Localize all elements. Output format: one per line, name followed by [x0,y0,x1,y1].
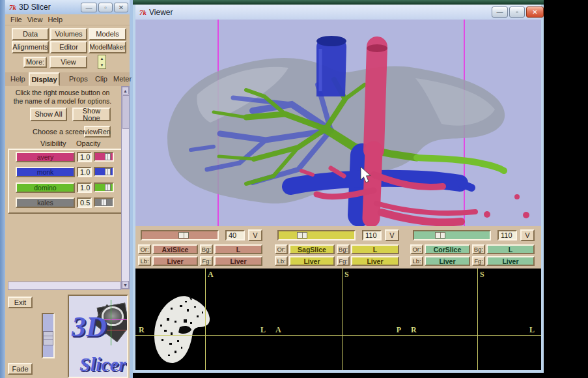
bg-tag[interactable]: Bg: [337,244,350,254]
opacity-entry-domino[interactable]: 1.0 [77,182,92,193]
tk-icon: 7k [139,8,147,16]
vertical-scrollbar[interactable]: ▲ ▼ [121,86,130,289]
opacity-slider-domino[interactable] [94,182,114,192]
spinner-down-icon[interactable]: ▼ [98,62,105,68]
slider-handle[interactable] [105,168,111,175]
module-modelmaker[interactable]: ModelMaker [89,41,126,53]
lb-tag[interactable]: Lb: [410,256,423,266]
model-button-avery[interactable]: avery [16,152,75,162]
axial-bg-button[interactable]: L [214,244,262,254]
scroll-up-icon[interactable]: ▲ [122,87,129,94]
axial-fg-button[interactable]: Liver [214,256,262,266]
maximize-button[interactable]: ▫ [509,7,525,18]
coronal-bg-button[interactable]: L [486,244,535,254]
minimize-button[interactable]: — [492,7,508,18]
sagittal-label-button[interactable]: Liver [289,256,335,266]
opacity-entry-monk[interactable]: 1.0 [77,167,92,177]
menu-view[interactable]: View [27,16,43,23]
slider-handle[interactable] [297,232,307,239]
minimize-button[interactable]: — [81,3,97,12]
model-button-domino[interactable]: domino [16,182,75,193]
coronal-label-button[interactable]: Liver [425,256,470,266]
or-tag[interactable]: Or: [138,244,151,254]
view-button[interactable]: View [49,56,87,68]
fg-tag[interactable]: Fg: [337,256,350,266]
opacity-entry-kales[interactable]: 0.5 [77,197,92,208]
module-editor[interactable]: Editor [50,41,87,53]
tab-help[interactable]: Help [10,75,25,83]
module-models[interactable]: Models [89,28,126,40]
close-button[interactable]: ✕ [114,3,128,12]
spinner-up-icon[interactable]: ▲ [98,55,105,62]
sagittal-bg-button[interactable]: L [351,244,399,254]
sagittal-offset-entry[interactable]: 110 [362,230,382,240]
axial-offset-entry[interactable]: 40 [225,230,245,240]
tab-meter[interactable]: Meter [113,75,132,83]
coronal-v-button[interactable]: V [520,229,535,241]
horizontal-scrollbar[interactable] [8,282,121,290]
tab-props[interactable]: Props [69,75,88,83]
coronal-slice-slider[interactable] [413,230,491,240]
slider-handle[interactable] [105,184,111,191]
show-none-button[interactable]: Show None [72,108,111,121]
bg-tag[interactable]: Bg: [200,244,213,254]
scroll-down-icon[interactable]: ▼ [122,281,129,289]
axial-orient-button[interactable]: AxiSlice [152,244,198,254]
orientation-letter-top: S [344,270,349,280]
module-alignments[interactable]: Alignments [12,41,49,53]
model-button-kales[interactable]: kales [16,197,75,208]
menu-file[interactable]: File [10,16,22,23]
sagittal-slice-view[interactable]: S A P [271,269,406,370]
close-button[interactable]: ✕ [526,7,544,18]
fade-button[interactable]: Fade [8,363,33,375]
scroll-thumb[interactable] [122,95,130,129]
viewer-titlebar[interactable]: 7k Viewer [135,5,541,20]
opacity-slider-kales[interactable] [94,197,114,207]
slicer-window: 7k 3D Slicer — ▫ ✕ File View Help Data V… [0,0,133,378]
slice-viewers: A R L S A P S R L [135,269,541,370]
axial-label-button[interactable]: Liver [152,256,198,266]
window-border [133,370,544,373]
axial-slice-slider[interactable] [141,230,219,240]
slider-handle[interactable] [105,153,111,160]
maximize-button[interactable]: ▫ [98,3,113,12]
module-data[interactable]: Data [12,28,49,40]
module-volumes[interactable]: Volumes [50,28,87,40]
tab-clip[interactable]: Clip [95,75,107,83]
slider-handle[interactable] [435,232,445,239]
or-tag[interactable]: Or: [410,244,423,254]
coronal-fg-button[interactable]: Liver [486,256,535,266]
fg-tag[interactable]: Fg: [200,256,213,266]
sagittal-slice-slider[interactable] [277,230,356,240]
axial-slice-view[interactable]: A R L [135,269,271,370]
lb-tag[interactable]: Lb: [138,256,151,266]
sagittal-orient-button[interactable]: SagSlice [289,244,335,254]
coronal-orient-button[interactable]: CorSlice [425,244,470,254]
viewren-button[interactable]: viewRen [84,126,111,138]
axial-v-button[interactable]: V [248,229,262,241]
slider-handle[interactable] [178,232,189,239]
window-border [541,5,544,373]
view-spinner[interactable]: ▲ ▼ [98,55,106,69]
show-all-button[interactable]: Show All [30,108,67,121]
exit-button[interactable]: Exit [8,297,33,308]
lb-tag[interactable]: Lb: [275,256,288,266]
model-button-monk[interactable]: monk [16,167,75,177]
opacity-slider-avery[interactable] [94,152,114,162]
slider-handle[interactable] [101,199,107,206]
more-button[interactable]: More: [23,57,47,68]
menu-help[interactable]: Help [48,16,63,23]
or-tag[interactable]: Or: [275,244,288,254]
fg-tag[interactable]: Fg: [472,256,485,266]
opacity-entry-avery[interactable]: 1.0 [77,152,92,162]
bg-tag[interactable]: Bg: [472,244,485,254]
tab-display[interactable]: Display [29,72,60,86]
fade-slider-handle[interactable] [43,331,53,345]
sagittal-v-button[interactable]: V [385,229,399,241]
coronal-slice-view[interactable]: S R L [406,269,541,370]
opacity-slider-monk[interactable] [94,167,114,177]
fade-slider[interactable] [42,313,55,358]
sagittal-fg-button[interactable]: Liver [351,256,399,266]
3d-viewport[interactable] [135,20,541,226]
coronal-offset-entry[interactable]: 110 [497,230,517,240]
